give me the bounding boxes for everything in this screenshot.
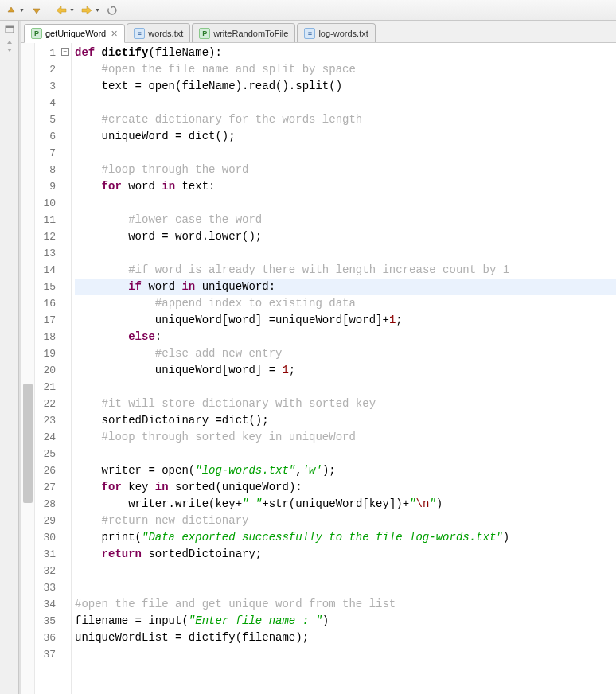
tab-getuniqueword[interactable]: P getUniqueWord ✕ (24, 24, 125, 43)
code-line[interactable] (75, 446, 616, 462)
code-line[interactable]: sortedDictoinary =dict(); (75, 412, 616, 429)
minimize-view-icon[interactable] (4, 24, 15, 35)
code-line[interactable]: print("Data exported successfully to the… (75, 529, 616, 546)
code-line[interactable] (75, 579, 616, 596)
fold-toggle-icon[interactable]: − (61, 48, 69, 56)
tab-label: writeRandomToFile (213, 29, 288, 38)
code-line[interactable]: #else add new entry (75, 345, 616, 362)
left-sidebar-gutter (0, 21, 19, 694)
text-file-icon: ≡ (304, 28, 315, 39)
scroll-hint-icon[interactable] (6, 40, 14, 53)
code-line[interactable]: #create dictionary for the words length (75, 111, 616, 128)
fold-gutter[interactable]: − (60, 43, 72, 694)
code-line[interactable]: #lower case the word (75, 212, 616, 228)
back-icon[interactable] (53, 2, 69, 18)
line-number-gutter: 1234567891011121314151617181920212223242… (35, 43, 60, 694)
dropdown-icon[interactable]: ▼ (95, 7, 100, 13)
code-line[interactable]: uniqueWord[word] = 1; (75, 362, 616, 379)
main-area: P getUniqueWord ✕ ≡ words.txt P writeRan… (0, 21, 616, 694)
code-line[interactable]: #open the file name and split by space (75, 61, 616, 78)
close-icon[interactable]: ✕ (111, 29, 118, 39)
dropdown-icon[interactable]: ▼ (19, 7, 25, 13)
overview-ruler[interactable] (21, 43, 35, 694)
tab-words[interactable]: ≡ words.txt (127, 23, 190, 42)
dropdown-icon[interactable]: ▼ (69, 7, 75, 13)
tab-label: getUniqueWord (45, 29, 106, 38)
code-line[interactable]: uniqueWord[word] =uniqueWord[word]+1; (75, 312, 616, 329)
code-line[interactable] (75, 245, 616, 262)
nav-up-icon[interactable] (3, 2, 19, 18)
code-text-area[interactable]: def dictify(fileName): #open the file na… (72, 43, 616, 694)
code-line[interactable]: #return new dictionary (75, 513, 616, 529)
code-line[interactable]: else: (75, 329, 616, 345)
code-line[interactable]: def dictify(fileName): (75, 45, 616, 61)
editor-container: P getUniqueWord ✕ ≡ words.txt P writeRan… (19, 21, 616, 694)
text-file-icon: ≡ (134, 28, 145, 39)
code-line[interactable] (75, 95, 616, 111)
code-line[interactable]: #if word is already there with length in… (75, 262, 616, 279)
code-line[interactable]: writer.write(key+" "+str(uniqueWord[key]… (75, 496, 616, 513)
code-line[interactable] (75, 563, 616, 579)
svg-rect-1 (6, 26, 14, 28)
code-line[interactable]: #it will store dictionary with sorted ke… (75, 396, 616, 412)
tab-label: log-words.txt (318, 29, 368, 38)
code-line[interactable] (75, 646, 616, 663)
forward-icon[interactable] (79, 2, 95, 18)
tab-label: words.txt (148, 29, 183, 38)
code-line[interactable]: return sortedDictoinary; (75, 546, 616, 563)
code-line[interactable]: #loop through sorted key in uniqueWord (75, 429, 616, 446)
code-line[interactable]: writer = open("log-words.txt",'w'); (75, 462, 616, 479)
editor-tab-bar: P getUniqueWord ✕ ≡ words.txt P writeRan… (21, 21, 616, 43)
editor-body[interactable]: 1234567891011121314151617181920212223242… (21, 43, 616, 694)
code-line[interactable]: #loop through the word (75, 162, 616, 178)
python-file-icon: P (199, 28, 210, 39)
code-line[interactable]: uniqueWord = dict(); (75, 128, 616, 145)
code-line[interactable] (75, 145, 616, 162)
ruler-thumb[interactable] (23, 384, 33, 503)
nav-down-icon[interactable] (29, 2, 45, 18)
code-line[interactable]: text = open(fileName).read().split() (75, 78, 616, 95)
code-line[interactable]: #append index to existing data (75, 295, 616, 312)
code-line[interactable]: #open the file and get unique word from … (75, 596, 616, 613)
code-line[interactable]: filename = input("Enter file name : ") (75, 613, 616, 630)
code-line[interactable]: for word in text: (75, 178, 616, 195)
code-line[interactable] (75, 379, 616, 396)
toolbar-separator (49, 3, 49, 18)
python-file-icon: P (31, 28, 42, 39)
code-line[interactable]: word = word.lower(); (75, 228, 616, 245)
tab-writerandom[interactable]: P writeRandomToFile (192, 23, 295, 42)
code-line[interactable]: uniqueWordList = dictify(filename); (75, 630, 616, 646)
tab-logwords[interactable]: ≡ log-words.txt (297, 23, 375, 42)
code-line[interactable]: for key in sorted(uniqueWord): (75, 479, 616, 496)
refresh-icon[interactable] (104, 2, 120, 18)
main-toolbar: ▼ ▼ ▼ (0, 0, 616, 21)
code-line[interactable] (75, 195, 616, 212)
code-line[interactable]: if word in uniqueWord: (75, 279, 616, 295)
